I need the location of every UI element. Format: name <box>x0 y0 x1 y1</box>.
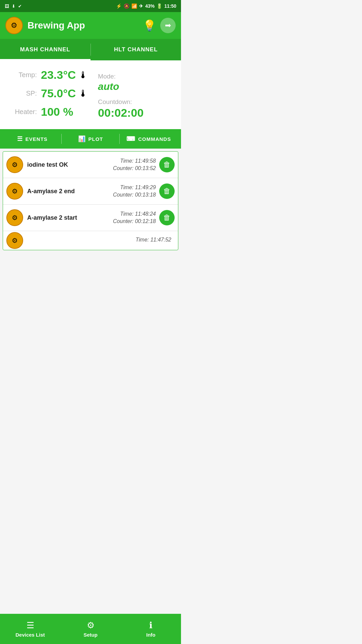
tab-mash-channel[interactable]: MASH CHANNEL <box>0 39 90 60</box>
sp-label: SP: <box>7 90 37 97</box>
event-counter-1: Counter: 00:13:52 <box>113 165 156 171</box>
table-row: ⚙ A-amylase 2 end Time: 11:49:29 Counter… <box>3 178 178 205</box>
event-counter-2: Counter: 00:13:18 <box>113 192 156 198</box>
sensor-left: Temp: 23.3°C 🌡 SP: 75.0°C 🌡 Heater: 100 … <box>7 68 88 124</box>
sub-tabs: ☰ EVENTS 📊 PLOT ⌨ COMMANDS <box>0 129 181 149</box>
event-name-1: iodine test OK <box>27 161 113 168</box>
commands-icon: ⌨ <box>126 135 135 143</box>
event-times-4: Time: 11:47:52 <box>135 237 171 244</box>
delete-button-2[interactable]: 🗑 <box>159 183 175 199</box>
temp-row: Temp: 23.3°C 🌡 <box>7 68 88 82</box>
event-times-2: Time: 11:49:29 Counter: 00:13:18 <box>113 184 156 198</box>
plot-icon: 📊 <box>78 135 86 143</box>
app-logo: ⚙ <box>5 17 23 34</box>
status-icons: 🖼 ⬇ ✔ <box>5 4 22 9</box>
trash-icon-2: 🗑 <box>163 187 171 196</box>
app-title: Brewing App <box>27 20 143 31</box>
bulb-icon[interactable]: 💡 <box>143 19 156 32</box>
battery-icon: 🔋 <box>157 3 162 9</box>
event-name-3: A-amylase 2 start <box>27 214 113 221</box>
sensor-right: Mode: auto Countdown: 00:02:00 <box>91 68 174 124</box>
heater-value: 100 % <box>41 105 73 118</box>
table-row: ⚙ Time: 11:47:52 <box>3 231 178 250</box>
thermometer-icon: 🌡 <box>78 69 88 80</box>
status-right: ⚡ 🔕 📶 ✈ 43% 🔋 11:50 <box>116 3 176 9</box>
event-time-1: Time: 11:49:58 <box>113 158 156 164</box>
app-header: ⚙ Brewing App 💡 ➡ <box>0 12 181 39</box>
table-row: ⚙ A-amylase 2 start Time: 11:48:24 Count… <box>3 205 178 231</box>
heater-label: Heater: <box>7 108 37 116</box>
check-icon: ✔ <box>18 4 22 9</box>
event-name-2: A-amylase 2 end <box>27 188 113 195</box>
events-label: EVENTS <box>25 136 48 142</box>
event-time-3: Time: 11:48:24 <box>113 211 156 217</box>
battery-percent: 43% <box>145 3 155 9</box>
event-time-4: Time: 11:47:52 <box>135 237 171 243</box>
wifi-icon: 📶 <box>131 3 137 9</box>
events-icon: ☰ <box>17 135 23 143</box>
exit-button[interactable]: ➡ <box>160 18 176 33</box>
airplane-icon: ✈ <box>139 3 143 9</box>
countdown-value: 00:02:00 <box>98 106 174 119</box>
heater-row: Heater: 100 % <box>7 105 88 118</box>
logo-gear-icon: ⚙ <box>11 21 17 30</box>
tab-plot[interactable]: 📊 PLOT <box>62 135 120 143</box>
tab-hlt-channel[interactable]: HLT CHANNEL <box>91 39 181 60</box>
temp-label: Temp: <box>7 71 37 79</box>
temp-value: 23.3°C <box>41 68 76 82</box>
mode-value: auto <box>98 81 174 92</box>
countdown-label: Countdown: <box>98 98 174 106</box>
tab-events[interactable]: ☰ EVENTS <box>3 135 61 143</box>
status-bar: 🖼 ⬇ ✔ ⚡ 🔕 📶 ✈ 43% 🔋 11:50 <box>0 0 181 12</box>
image-icon: 🖼 <box>5 4 9 9</box>
trash-icon-1: 🗑 <box>163 160 171 169</box>
event-counter-3: Counter: 00:12:18 <box>113 218 156 224</box>
header-icons: 💡 ➡ <box>143 18 176 33</box>
event-logo-4: ⚙ <box>6 232 23 249</box>
plot-label: PLOT <box>88 136 103 142</box>
event-times-3: Time: 11:48:24 Counter: 00:12:18 <box>113 211 156 224</box>
clock: 11:50 <box>164 3 176 9</box>
mode-label: Mode: <box>98 73 174 80</box>
sp-value: 75.0°C <box>41 87 76 100</box>
delete-button-1[interactable]: 🗑 <box>159 157 175 172</box>
delete-button-3[interactable]: 🗑 <box>159 210 175 225</box>
tab-commands[interactable]: ⌨ COMMANDS <box>120 135 178 143</box>
commands-label: COMMANDS <box>138 136 171 142</box>
event-logo-2: ⚙ <box>6 183 23 200</box>
trash-icon-3: 🗑 <box>163 213 171 222</box>
table-row: ⚙ iodine test OK Time: 11:49:58 Counter:… <box>3 152 178 178</box>
channel-tabs: MASH CHANNEL HLT CHANNEL <box>0 39 181 60</box>
events-list: ⚙ iodine test OK Time: 11:49:58 Counter:… <box>3 151 178 250</box>
sp-row: SP: 75.0°C 🌡 <box>7 87 88 100</box>
event-times-1: Time: 11:49:58 Counter: 00:13:52 <box>113 158 156 171</box>
sound-off-icon: 🔕 <box>124 3 129 9</box>
exit-arrow-icon: ➡ <box>165 21 171 30</box>
sensor-panel: Temp: 23.3°C 🌡 SP: 75.0°C 🌡 Heater: 100 … <box>0 60 181 129</box>
bluetooth-icon: ⚡ <box>116 3 122 9</box>
event-logo-1: ⚙ <box>6 156 23 173</box>
download-icon: ⬇ <box>12 4 15 9</box>
event-time-2: Time: 11:49:29 <box>113 184 156 191</box>
sp-thermometer-icon: 🌡 <box>78 88 88 99</box>
event-logo-3: ⚙ <box>6 209 23 226</box>
